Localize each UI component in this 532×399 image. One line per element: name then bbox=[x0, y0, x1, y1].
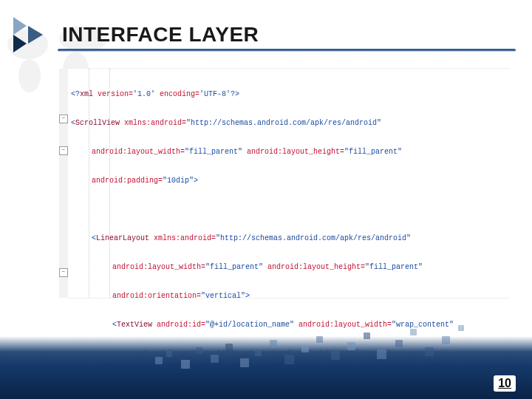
code-line: android:layout_width="fill_parent" andro… bbox=[92, 147, 510, 157]
code-line: android:layout_width="fill_parent" andro… bbox=[112, 262, 510, 272]
fold-marker-icon: − bbox=[59, 115, 68, 123]
code-line: <?xml version='1.0' encoding='UTF-8'?> bbox=[71, 89, 510, 99]
chevron-logo-icon bbox=[13, 17, 55, 52]
header-divider bbox=[58, 49, 516, 52]
page-number: 10 bbox=[494, 375, 516, 392]
code-gutter bbox=[59, 69, 68, 298]
code-line: <ScrollView xmlns:android="http://schema… bbox=[71, 118, 510, 128]
code-panel: − − − <?xml version='1.0' encoding='UTF-… bbox=[68, 68, 510, 299]
fold-marker-icon: − bbox=[59, 146, 68, 155]
footer-pixel-grid bbox=[111, 314, 532, 399]
footer-band bbox=[0, 336, 532, 399]
code-line: android:padding="10dip"> bbox=[92, 176, 510, 185]
page-title: INTERFACE LAYER bbox=[62, 23, 259, 47]
code-line: <LinearLayout xmlns:android="http://sche… bbox=[92, 233, 510, 243]
code-line: android:orientation="vertical"> bbox=[112, 291, 510, 301]
slide: INTERFACE LAYER − − − <?xml version='1.0… bbox=[0, 0, 532, 399]
fold-marker-icon: − bbox=[59, 268, 68, 277]
